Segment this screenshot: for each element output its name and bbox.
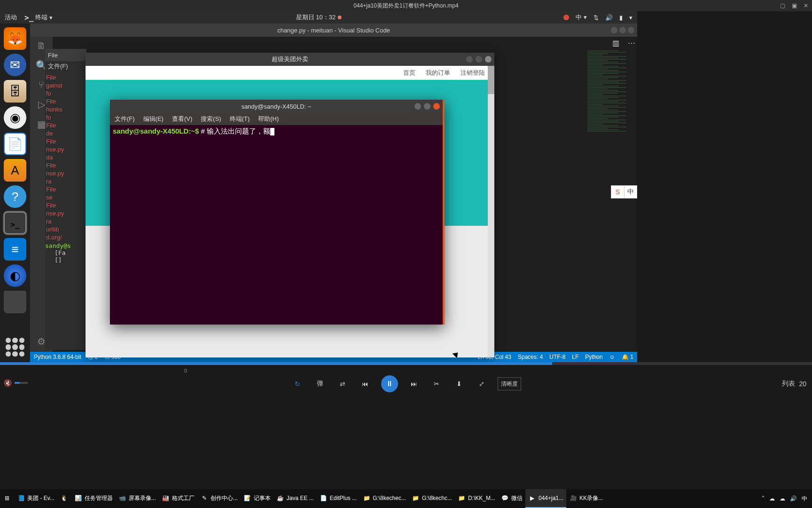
gedit-tab[interactable]: 文件(F): [48, 63, 68, 70]
window-restore-icon[interactable]: ▣: [792, 2, 797, 9]
ime-indicator[interactable]: 中: [576, 13, 587, 22]
window-minimize-icon[interactable]: ▢: [780, 2, 785, 9]
taskbar-item[interactable]: 📄EditPlus ...: [317, 489, 359, 508]
status-eol[interactable]: LF: [572, 354, 578, 360]
danmu-toggle[interactable]: 弹: [313, 377, 327, 390]
menu-terminal[interactable]: 终端(T): [230, 115, 250, 123]
download-icon[interactable]: ⬇: [453, 377, 466, 390]
gear-icon[interactable]: ⚙: [37, 336, 46, 347]
window-close-icon[interactable]: ✕: [804, 2, 808, 9]
dock-terminal[interactable]: [4, 212, 26, 234]
tray-ime[interactable]: 中: [802, 495, 807, 503]
terminal-body[interactable]: sandy@sandy-X450LD:~$ # 输入法出问题了，额: [110, 125, 443, 138]
taskbar-item[interactable]: 📁G:\8kechc...: [409, 489, 455, 508]
recording-dot-icon: [337, 16, 341, 19]
nav-login[interactable]: 注销登陆: [461, 69, 485, 77]
menu-view[interactable]: 查看(V): [172, 115, 192, 123]
menu-help[interactable]: 帮助(H): [258, 115, 279, 123]
source-control-icon[interactable]: ⑂: [39, 79, 44, 90]
browser-titlebar[interactable]: 超级美团外卖: [86, 53, 494, 66]
tray-up-icon[interactable]: ˄: [762, 495, 765, 502]
explorer-icon[interactable]: 🗎: [37, 40, 46, 51]
terminal-titlebar[interactable]: sandy@sandy-X450LD: ~: [110, 100, 443, 113]
split-editor-icon[interactable]: ▥: [612, 39, 619, 48]
taskbar-item[interactable]: 📊任务管理器: [71, 489, 116, 508]
window-close-icon[interactable]: [485, 56, 492, 63]
window-close-icon[interactable]: [433, 103, 440, 110]
taskbar-item[interactable]: ▶044+ja1...: [525, 489, 566, 508]
window-maximize-icon[interactable]: [619, 27, 626, 33]
window-minimize-icon[interactable]: [466, 56, 473, 63]
dock-libreoffice-writer[interactable]: 📄: [4, 133, 26, 155]
taskbar-item[interactable]: 📁G:\8kechec...: [359, 489, 409, 508]
ime-sogou-icon: S: [611, 186, 624, 198]
menu-edit[interactable]: 编辑(E): [143, 115, 164, 123]
status-encoding[interactable]: UTF-8: [549, 354, 565, 360]
clock-label[interactable]: 星期日 10：32: [296, 13, 336, 22]
status-spaces[interactable]: Spaces: 4: [518, 354, 543, 360]
tray-onedrive-icon[interactable]: ☁: [780, 495, 785, 502]
taskbar-item[interactable]: 💬微信: [498, 489, 525, 508]
menu-file[interactable]: 文件(F): [115, 115, 135, 123]
taskbar-item[interactable]: 🏭格式工厂: [159, 489, 197, 508]
next-track-icon[interactable]: ⏭: [407, 377, 421, 390]
taskbar-item[interactable]: ☕Java EE ...: [273, 489, 317, 508]
debug-icon[interactable]: ▷: [38, 99, 45, 110]
tray-cloud-icon[interactable]: ☁: [769, 495, 775, 502]
taskbar-item[interactable]: 📁D:\KK_M...: [455, 489, 498, 508]
menu-search[interactable]: 搜索(S): [201, 115, 221, 123]
video-progress-bar[interactable]: [0, 362, 812, 365]
playlist-button[interactable]: 列表: [782, 380, 795, 388]
dock-thunderbird[interactable]: ✉: [4, 54, 26, 76]
window-close-icon[interactable]: [628, 27, 634, 33]
status-python[interactable]: Python 3.6.8 64-bit: [34, 354, 81, 360]
tray-speaker-icon[interactable]: 🔊: [790, 495, 797, 502]
nav-orders[interactable]: 我的订单: [426, 69, 450, 77]
scrollbar-thumb[interactable]: [488, 66, 494, 94]
nav-home[interactable]: 首页: [403, 69, 415, 77]
screen-recorder-icon[interactable]: [563, 15, 569, 20]
dock-firefox[interactable]: 🦊: [4, 27, 26, 50]
prev-track-icon[interactable]: ⏮: [359, 377, 372, 390]
play-pause-button[interactable]: ⏸: [381, 375, 398, 392]
extensions-icon[interactable]: ▦: [37, 119, 46, 130]
ime-floating-badge[interactable]: S 中: [611, 185, 637, 198]
window-maximize-icon[interactable]: [424, 103, 430, 110]
status-lang[interactable]: Python: [585, 354, 602, 360]
cut-icon[interactable]: ✂: [430, 377, 443, 390]
dock-help[interactable]: ?: [4, 185, 26, 208]
taskbar-item[interactable]: 📝记事本: [241, 489, 273, 508]
vscode-minimap[interactable]: [586, 50, 637, 353]
system-menu-chevron-icon[interactable]: [629, 14, 632, 21]
volume-icon[interactable]: [605, 14, 613, 21]
window-minimize-icon[interactable]: [611, 27, 617, 33]
app-indicator[interactable]: 终端: [24, 13, 53, 22]
more-icon[interactable]: ⋯: [628, 39, 635, 48]
taskbar-item[interactable]: 🐧: [57, 489, 71, 508]
activities-button[interactable]: 活动: [5, 13, 17, 22]
gedit-file-menu[interactable]: File: [48, 52, 58, 59]
dock-show-apps[interactable]: [6, 338, 24, 357]
battery-icon[interactable]: [619, 14, 623, 21]
dock-vscode[interactable]: ≡: [4, 238, 26, 261]
taskbar-item[interactable]: 📹屏幕录像...: [116, 489, 159, 508]
status-feedback-icon[interactable]: ☺: [609, 354, 615, 360]
quality-button[interactable]: 清晰度: [498, 377, 521, 390]
browser-scrollbar[interactable]: [488, 66, 494, 357]
taskbar-item[interactable]: 🎥KK录像...: [566, 489, 606, 508]
taskbar-item[interactable]: ✎创作中心...: [197, 489, 241, 508]
dock-trash[interactable]: [4, 291, 26, 313]
shuffle-icon[interactable]: ⇄: [336, 377, 349, 390]
taskbar-start[interactable]: ⊞: [0, 489, 14, 508]
dock-rhythmbox[interactable]: ◉: [4, 106, 26, 129]
taskbar-item[interactable]: 📘美团 - Ev...: [14, 489, 57, 508]
dock-files[interactable]: 🗄: [4, 80, 26, 103]
network-icon[interactable]: [593, 14, 599, 21]
status-notifications[interactable]: 🔔 1: [622, 354, 633, 360]
expand-icon[interactable]: ⤢: [475, 377, 488, 390]
dock-browser[interactable]: ◐: [4, 264, 26, 287]
window-minimize-icon[interactable]: [414, 103, 421, 110]
dock-software[interactable]: A: [4, 159, 26, 182]
window-maximize-icon[interactable]: [476, 56, 482, 63]
loop-icon[interactable]: ↻: [291, 377, 304, 390]
